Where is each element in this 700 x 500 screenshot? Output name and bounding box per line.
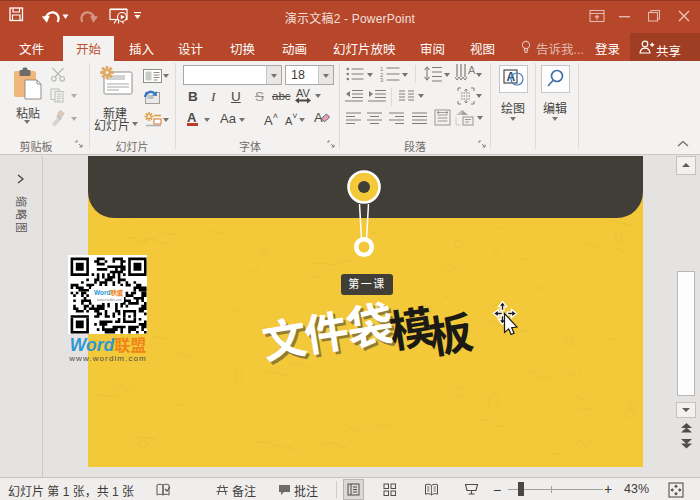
svg-text:A: A: [468, 64, 476, 76]
svg-text:Word联盟: Word联盟: [94, 289, 124, 297]
svg-text:www.wordlm.com: www.wordlm.com: [97, 298, 122, 302]
svg-text:3: 3: [380, 77, 384, 82]
svg-text:A: A: [314, 110, 323, 125]
